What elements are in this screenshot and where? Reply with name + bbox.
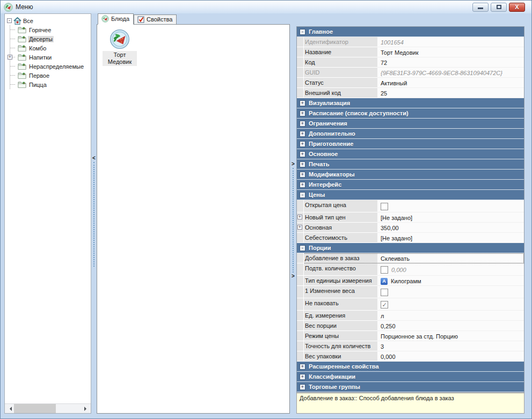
property-row[interactable]: Добавление в заказСклеивать xyxy=(297,253,524,263)
tree-item[interactable]: Пицца xyxy=(15,80,90,89)
right-splitter[interactable]: > > xyxy=(290,13,296,414)
property-value[interactable]: 1001654 xyxy=(377,37,524,47)
maximize-button[interactable] xyxy=(491,3,507,12)
property-value[interactable]: {9F8E31F3-979C-4669-9EC8-86310940472C} xyxy=(377,68,524,78)
property-row[interactable]: 1 Изменение веса xyxy=(297,286,524,298)
splitter-handle[interactable] xyxy=(293,168,294,273)
property-row[interactable]: +Основная350,00 xyxy=(297,223,524,233)
collapse-left-icon[interactable]: < xyxy=(92,156,96,161)
expand-icon[interactable]: + xyxy=(297,215,302,219)
section-header[interactable]: +Ограничения xyxy=(297,119,524,129)
scrollbar-track[interactable] xyxy=(14,404,82,413)
expand-icon[interactable]: + xyxy=(300,172,305,177)
property-row[interactable]: Точность для количеств3 xyxy=(297,341,524,351)
expand-icon[interactable]: + xyxy=(300,111,305,116)
property-value[interactable]: 0,000 xyxy=(377,263,524,276)
dish-item[interactable]: Торт Медовик xyxy=(103,29,137,66)
tree-item[interactable]: Горячее xyxy=(15,25,90,34)
expand-icon[interactable]: + xyxy=(300,374,305,379)
property-value[interactable]: Торт Медовик xyxy=(377,47,524,57)
property-value[interactable]: 0,250 xyxy=(377,321,524,331)
scroll-right-button[interactable] xyxy=(82,404,91,413)
scroll-left-button[interactable] xyxy=(5,404,14,413)
expand-icon[interactable]: + xyxy=(300,101,305,106)
property-value[interactable]: [Не задано] xyxy=(377,233,524,243)
section-header[interactable]: -Главное xyxy=(297,27,524,37)
section-header[interactable]: +Печать xyxy=(297,159,524,170)
property-row[interactable]: +Новый тип цен[Не задано] xyxy=(297,212,524,223)
expand-icon[interactable]: + xyxy=(297,225,302,230)
property-value[interactable]: 25 xyxy=(377,88,524,98)
property-row[interactable]: Режим ценыПорционное за стд. Порцию xyxy=(297,331,524,341)
checkbox-unchecked[interactable] xyxy=(381,203,388,210)
tree-item[interactable]: Первое xyxy=(15,71,90,80)
property-row[interactable]: Внешний код25 xyxy=(297,88,524,98)
section-header[interactable]: +Расширенные свойства xyxy=(297,362,524,372)
section-header[interactable]: +Визуализация xyxy=(297,98,524,108)
collapse-icon[interactable]: - xyxy=(300,30,305,34)
property-value[interactable]: л xyxy=(377,311,524,321)
property-value[interactable]: 0,000 xyxy=(377,351,524,362)
property-row[interactable]: Код72 xyxy=(297,57,524,68)
tree-root[interactable]: - Все xyxy=(7,16,90,25)
property-row[interactable]: Себестоимость[Не задано] xyxy=(297,233,524,243)
collapse-icon[interactable]: - xyxy=(300,193,305,197)
tree-item[interactable]: +Напитки xyxy=(15,53,90,62)
property-row[interactable]: Тип единицы измеренияAКилограмм xyxy=(297,276,524,286)
property-row[interactable]: СтатусАктивный xyxy=(297,78,524,88)
checkbox-unchecked[interactable] xyxy=(381,266,388,274)
expand-icon[interactable]: + xyxy=(300,152,305,157)
section-header[interactable]: -Порции xyxy=(297,243,524,253)
property-row[interactable]: Ед. измерениял xyxy=(297,311,524,321)
scrollbar-thumb[interactable] xyxy=(14,404,56,413)
property-row[interactable]: Вес порции0,250 xyxy=(297,321,524,331)
property-value[interactable]: 3 xyxy=(377,341,524,351)
collapse-right-icon[interactable]: > xyxy=(291,161,295,167)
expand-icon[interactable]: + xyxy=(300,142,305,146)
property-value[interactable]: [Не задано] xyxy=(377,212,524,223)
checkbox-checked[interactable]: ✓ xyxy=(381,301,388,308)
left-splitter[interactable]: < xyxy=(91,13,97,414)
collapse-right-icon[interactable]: > xyxy=(291,274,295,279)
section-header[interactable]: +Дополнительно xyxy=(297,129,524,139)
expand-icon[interactable]: + xyxy=(300,385,305,389)
tab-properties[interactable]: Свойства xyxy=(134,14,177,25)
property-row[interactable]: Идентификатор1001654 xyxy=(297,37,524,47)
property-value[interactable]: Активный xyxy=(377,78,524,88)
expand-icon[interactable]: + xyxy=(300,131,305,136)
collapse-icon[interactable]: - xyxy=(300,246,305,251)
tree-item[interactable]: Комбо xyxy=(15,43,90,53)
property-row[interactable]: НазваниеТорт Медовик xyxy=(297,47,524,57)
tree-horizontal-scrollbar[interactable] xyxy=(5,403,91,413)
expand-icon[interactable]: + xyxy=(300,182,305,187)
property-row[interactable]: Подтв. количество0,000 xyxy=(297,263,524,276)
expand-icon[interactable]: + xyxy=(300,364,305,369)
close-button[interactable]: X xyxy=(509,3,525,12)
section-header[interactable]: -Цены xyxy=(297,190,524,200)
collapse-icon[interactable]: - xyxy=(7,18,12,23)
expand-icon[interactable]: + xyxy=(8,55,12,60)
checkbox-unchecked[interactable] xyxy=(381,289,388,296)
property-value[interactable]: ✓ xyxy=(377,298,524,311)
property-row[interactable]: Не паковать✓ xyxy=(297,298,524,311)
section-header[interactable]: +Расписание (список доступности) xyxy=(297,108,524,119)
section-header[interactable]: +Классификации xyxy=(297,372,524,382)
property-row[interactable]: GUID{9F8E31F3-979C-4669-9EC8-86310940472… xyxy=(297,68,524,78)
property-row[interactable]: Вес упаковки0,000 xyxy=(297,351,524,362)
section-header[interactable]: +Интерфейс xyxy=(297,180,524,190)
expand-icon[interactable]: + xyxy=(300,162,305,167)
expand-icon[interactable]: + xyxy=(300,121,305,126)
property-row[interactable]: Открытая цена xyxy=(297,200,524,212)
section-header[interactable]: +Модификаторы xyxy=(297,170,524,180)
minimize-button[interactable] xyxy=(472,3,489,12)
section-header[interactable]: +Основное xyxy=(297,149,524,159)
tree-item[interactable]: Десерты xyxy=(15,34,90,43)
property-value[interactable]: 72 xyxy=(377,57,524,68)
tab-dishes[interactable]: Блюда xyxy=(98,13,134,25)
tree-item[interactable]: Нераспределяемые xyxy=(15,62,90,71)
property-value[interactable] xyxy=(377,286,524,298)
property-value[interactable]: Порционное за стд. Порцию xyxy=(377,331,524,341)
splitter-handle[interactable] xyxy=(93,162,94,267)
property-value[interactable]: 350,00 xyxy=(377,223,524,233)
property-value[interactable] xyxy=(377,200,524,212)
